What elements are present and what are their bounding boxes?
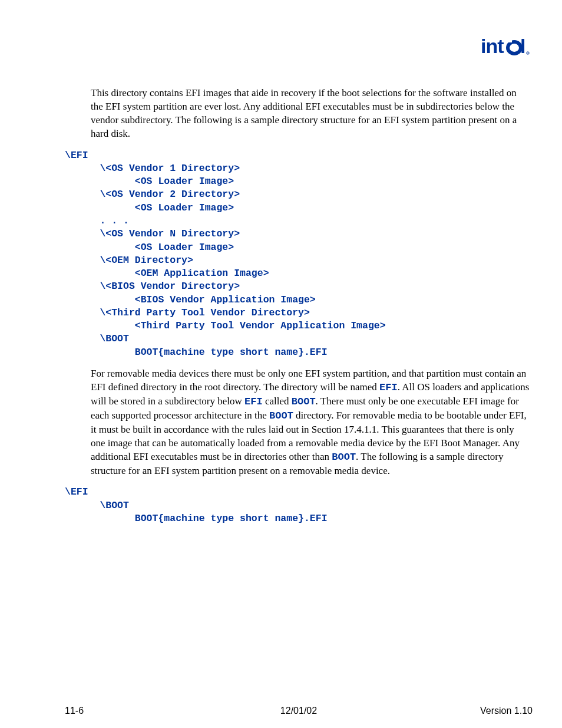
svg-text:R: R: [527, 52, 528, 55]
inline-code-boot-3: BOOT: [332, 452, 356, 463]
svg-text:int: int: [481, 35, 504, 57]
svg-point-1: [508, 42, 521, 54]
inline-code-boot-1: BOOT: [292, 396, 316, 407]
paragraph-2: For removable media devices there must b…: [65, 367, 533, 478]
svg-text:l: l: [520, 35, 525, 57]
intel-logo-icon: int l R: [481, 35, 530, 59]
inline-code-efi-1: EFI: [379, 382, 398, 393]
footer-date: 12/01/02: [65, 704, 533, 717]
paragraph-1: This directory contains EFI images that …: [65, 87, 533, 141]
code-block-2: \EFI \BOOT BOOT{machine type short name}…: [65, 486, 533, 525]
footer-version: Version 1.10: [480, 704, 533, 717]
inline-code-efi-2: EFI: [244, 396, 263, 407]
code-block-1: \EFI \<OS Vendor 1 Directory> <OS Loader…: [65, 149, 533, 359]
svg-rect-2: [508, 35, 512, 42]
para2-text-c: called: [263, 396, 292, 407]
intel-logo: int l R: [65, 35, 533, 63]
inline-code-boot-2: BOOT: [269, 410, 293, 421]
